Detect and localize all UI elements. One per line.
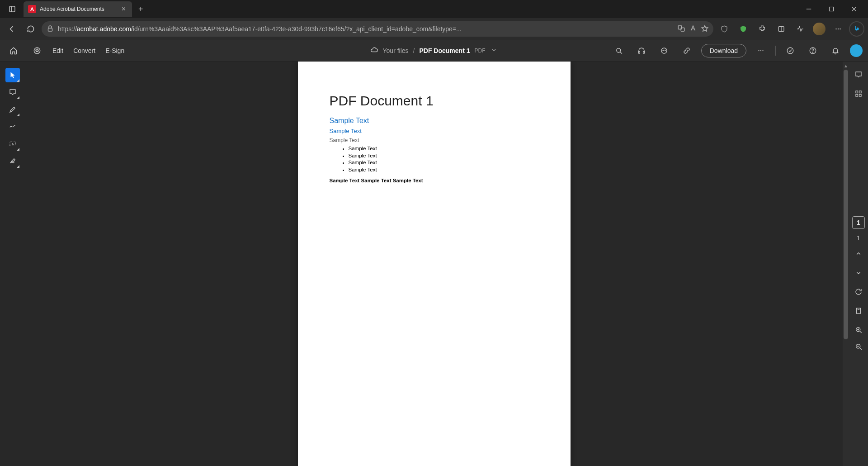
close-window-button[interactable] (844, 2, 864, 16)
svg-point-13 (838, 29, 839, 29)
address-bar[interactable]: https://acrobat.adobe.com/id/urn%3Aaaid%… (42, 21, 713, 37)
highlight-tool[interactable] (5, 102, 20, 117)
right-rail: 1 1 (849, 62, 868, 466)
acrobat-favicon (28, 5, 36, 13)
browser-toolbar: https://acrobat.adobe.com/id/urn%3Aaaid%… (0, 18, 868, 40)
download-button[interactable]: Download (701, 44, 746, 57)
more-menu-icon[interactable] (830, 21, 846, 37)
window-controls (798, 2, 864, 16)
select-tool[interactable] (5, 68, 20, 82)
draw-tool[interactable] (5, 119, 20, 134)
svg-point-16 (616, 48, 620, 52)
comment-tool[interactable] (5, 85, 20, 100)
svg-text:A: A (11, 142, 14, 146)
menu-edit[interactable]: Edit (52, 47, 63, 54)
svg-line-42 (860, 348, 862, 350)
appbar-right: Download (611, 44, 863, 57)
lock-icon (46, 24, 54, 34)
security-shield-icon[interactable] (735, 21, 751, 37)
list-item: Sample Text (349, 152, 539, 160)
list-item: Sample Text (349, 159, 539, 166)
breadcrumb-filename[interactable]: PDF Document 1 (419, 47, 470, 54)
svg-point-28 (812, 52, 813, 52)
maximize-button[interactable] (821, 2, 842, 16)
doc-bold-line: Sample Text Sample Text Sample Text (330, 178, 539, 183)
svg-rect-6 (48, 28, 52, 31)
list-item: Sample Text (349, 145, 539, 152)
new-tab-button[interactable]: + (132, 5, 150, 14)
saved-check-icon[interactable] (782, 47, 798, 55)
breadcrumb: Your files / PDF Document 1 PDF (370, 46, 498, 55)
ai-assistant-icon[interactable] (656, 47, 672, 55)
svg-rect-35 (857, 308, 861, 314)
refresh-button[interactable] (23, 21, 39, 37)
url-rest: /id/urn%3Aaaid%3Asc%3AAP%3Aaf5aea17-e0fa… (131, 25, 462, 33)
search-icon[interactable] (611, 47, 627, 55)
fit-page-icon[interactable] (852, 304, 865, 318)
fill-sign-tool[interactable] (5, 154, 20, 168)
collections-icon[interactable] (773, 21, 789, 37)
list-item: Sample Text (349, 166, 539, 174)
breadcrumb-path[interactable]: Your files (383, 47, 409, 54)
divider (775, 46, 776, 56)
svg-point-12 (835, 29, 836, 29)
scroll-thumb[interactable] (844, 70, 848, 339)
translate-icon[interactable] (677, 24, 685, 34)
browser-tab[interactable]: Adobe Acrobat Documents × (24, 1, 132, 17)
workspace: A PDF Document 1 Sample Text Sample Text… (0, 62, 868, 466)
comments-panel-icon[interactable] (852, 68, 865, 81)
svg-rect-3 (830, 7, 834, 11)
url-text: https://acrobat.adobe.com/id/urn%3Aaaid%… (58, 25, 674, 33)
vertical-scrollbar[interactable]: ▲ (843, 62, 849, 466)
account-avatar[interactable] (850, 44, 863, 57)
add-text-tool[interactable]: A (5, 137, 20, 151)
favorite-icon[interactable] (701, 24, 709, 34)
menu-convert[interactable]: Convert (73, 47, 95, 54)
scroll-up-arrow[interactable]: ▲ (844, 63, 848, 70)
tab-actions-button[interactable] (4, 0, 21, 18)
svg-rect-32 (859, 91, 862, 93)
cloud-icon (370, 46, 378, 55)
menu-esign[interactable]: E-Sign (105, 47, 124, 54)
chevron-down-icon[interactable] (490, 46, 498, 55)
bing-chat-button[interactable] (849, 21, 864, 37)
svg-point-24 (760, 50, 761, 51)
svg-rect-19 (643, 51, 644, 53)
headphones-icon[interactable] (633, 47, 650, 55)
doc-heading-3: Sample Text (330, 128, 539, 134)
page-down-icon[interactable] (852, 266, 865, 280)
profile-avatar[interactable] (811, 21, 827, 37)
panels-grid-icon[interactable] (852, 87, 865, 100)
svg-rect-33 (856, 95, 858, 97)
document-canvas[interactable]: PDF Document 1 Sample Text Sample Text S… (25, 62, 843, 466)
svg-rect-31 (856, 91, 858, 93)
page-up-icon[interactable] (852, 247, 865, 261)
more-options-icon[interactable] (753, 47, 769, 55)
home-icon[interactable] (5, 46, 22, 55)
extensions-icon[interactable] (754, 21, 770, 37)
browser-titlebar: Adobe Acrobat Documents × + (0, 0, 868, 18)
star-tool-icon[interactable] (29, 46, 45, 55)
performance-icon[interactable] (792, 21, 808, 37)
left-tool-rail: A (0, 62, 25, 466)
notifications-icon[interactable] (827, 47, 844, 55)
tab-title: Adobe Acrobat Documents (40, 6, 116, 12)
svg-rect-0 (9, 6, 15, 12)
rotate-icon[interactable] (852, 285, 865, 299)
svg-point-25 (762, 50, 763, 51)
minimize-button[interactable] (798, 2, 819, 16)
tracking-shield-icon[interactable] (716, 21, 732, 37)
app-menu: Edit Convert E-Sign (52, 47, 124, 54)
scroll-track[interactable] (843, 70, 849, 466)
svg-point-23 (758, 50, 759, 51)
doc-title: PDF Document 1 (330, 93, 539, 109)
svg-rect-34 (859, 95, 862, 97)
zoom-in-icon[interactable] (852, 323, 865, 337)
back-button[interactable] (4, 21, 20, 37)
page-current-input[interactable]: 1 (852, 216, 865, 229)
tab-close-button[interactable]: × (120, 5, 127, 13)
zoom-out-icon[interactable] (852, 342, 865, 356)
share-link-icon[interactable] (679, 47, 695, 55)
read-aloud-icon[interactable] (689, 24, 697, 34)
help-icon[interactable] (805, 47, 821, 55)
